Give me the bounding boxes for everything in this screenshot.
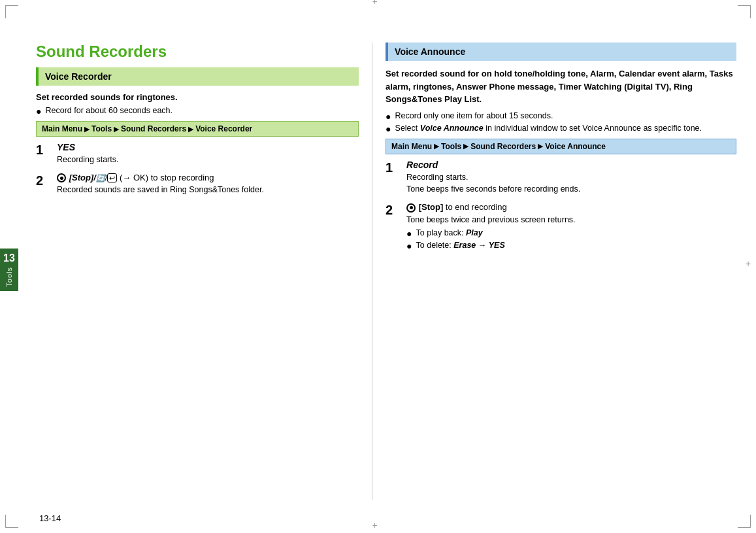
bullet-dot-r1: ● [386, 112, 391, 121]
right-step2-action: [Stop] to end recording [406, 202, 736, 213]
right-step1-desc2: Tone beeps five seconds before recording… [406, 184, 580, 194]
step1-action: YES [57, 142, 359, 152]
voice-announce-bullet1: ● Record only one item for about 15 seco… [386, 111, 736, 121]
voice-announce-intro: Set recorded sound for on hold tone/hold… [386, 67, 736, 106]
right-step1: 1 Record Recording starts. Tone beeps fi… [386, 160, 736, 196]
step1-desc: Recording starts. [57, 155, 118, 164]
right-step2: 2 [Stop] to end recording Tone beeps twi… [386, 202, 736, 253]
step2-desc: Recorded sounds are saved in Ring Songs&… [57, 185, 264, 194]
bullet-dot-r2: ● [386, 124, 391, 133]
corner-mark-tl [5, 5, 18, 18]
right-step2-bullet1: ● To play back: Play [406, 228, 736, 238]
step2-action: [Stop]/🔄/↩ (→ OK) to stop recording [57, 173, 359, 183]
center-cross-bottom [375, 525, 382, 532]
voice-recorder-bullet1: ● Record for about 60 seconds each. [36, 106, 359, 116]
step1: 1 YES Recording starts. [36, 142, 359, 166]
voice-announce-header: Voice Announce [386, 43, 736, 61]
voice-recorder-nav: Main Menu ▶ Tools ▶ Sound Recorders ▶ Vo… [36, 121, 359, 137]
circle-stop-icon-r [406, 203, 416, 213]
left-column: Sound Recorders Voice Recorder Set recor… [36, 36, 372, 507]
center-cross-top [375, 1, 382, 8]
bullet-dot-1: ● [36, 107, 41, 116]
page-number: 13-14 [39, 513, 61, 523]
voice-announce-nav: Main Menu ▶ Tools ▶ Sound Recorders ▶ Vo… [386, 139, 736, 154]
voice-announce-bullet2: ● Select Voice Announce in individual wi… [386, 124, 736, 133]
voice-recorder-header: Voice Recorder [36, 67, 359, 86]
corner-mark-br [738, 515, 751, 528]
circle-stop-icon [57, 173, 66, 182]
step2: 2 [Stop]/🔄/↩ (→ OK) to stop recording Re… [36, 173, 359, 196]
main-title: Sound Recorders [36, 43, 359, 61]
right-column: Voice Announce Set recorded sound for on… [372, 36, 736, 507]
side-tab-label: Tools [5, 267, 13, 287]
voice-recorder-subtitle: Set recorded sounds for ringtones. [36, 92, 359, 102]
right-step2-desc1: Tone beeps twice and previous screen ret… [406, 214, 736, 226]
center-cross-right [748, 264, 755, 270]
right-step2-bullet2: ● To delete: Erase → YES [406, 241, 736, 250]
page-container: 13 Tools Sound Recorders Voice Recorder … [0, 0, 756, 533]
corner-mark-bl [5, 515, 18, 528]
corner-mark-tr [738, 5, 751, 18]
right-step1-desc1: Recording starts. [406, 173, 468, 182]
side-tab: 13 Tools [0, 249, 18, 291]
right-step1-action: Record [406, 160, 736, 170]
side-tab-number: 13 [3, 252, 15, 264]
